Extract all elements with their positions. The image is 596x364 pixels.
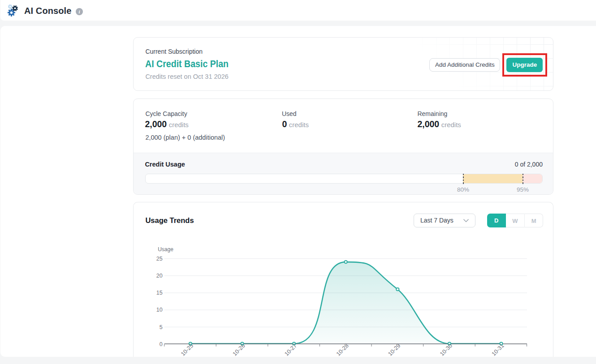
svg-text:10-31: 10-31 <box>491 342 505 357</box>
svg-text:10-26: 10-26 <box>232 342 246 357</box>
svg-text:10-28: 10-28 <box>335 342 350 357</box>
svg-text:0: 0 <box>160 341 163 347</box>
svg-text:10-29: 10-29 <box>387 342 402 357</box>
svg-text:10-25: 10-25 <box>180 342 195 357</box>
svg-text:10-30: 10-30 <box>439 342 454 357</box>
svg-text:10: 10 <box>156 307 163 313</box>
svg-text:15: 15 <box>156 290 163 296</box>
svg-text:25: 25 <box>156 256 163 262</box>
svg-text:5: 5 <box>160 324 163 330</box>
svg-text:Usage: Usage <box>158 246 174 252</box>
svg-text:10-27: 10-27 <box>284 342 298 357</box>
svg-text:20: 20 <box>156 273 163 279</box>
